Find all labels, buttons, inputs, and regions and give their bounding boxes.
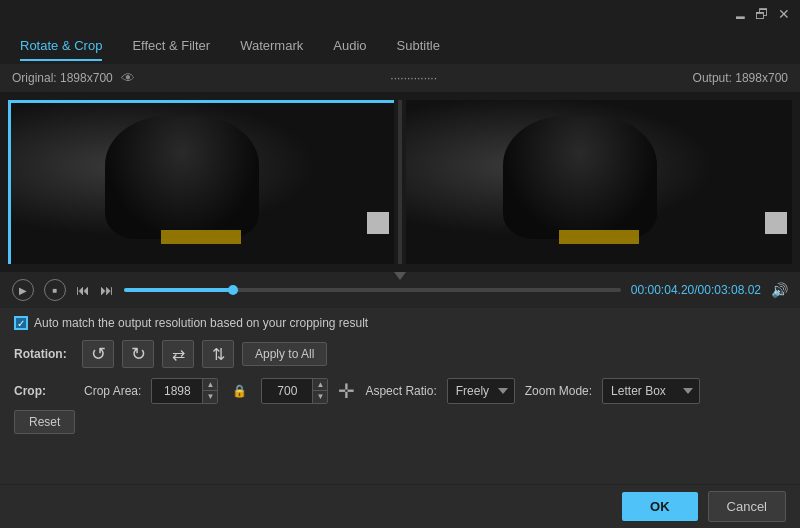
auto-match-checkbox[interactable]: ✓ (14, 316, 28, 330)
close-button[interactable]: ✕ (776, 6, 792, 22)
height-down-button[interactable]: ▼ (313, 391, 327, 403)
stop-icon: ■ (53, 286, 58, 295)
width-input-group: ▲ ▼ (151, 378, 218, 404)
crop-area-label: Crop Area: (84, 384, 141, 398)
rotation-row: Rotation: ↺ ↻ ⇄ ⇅ Apply to All (14, 340, 786, 368)
preview-divider (398, 100, 402, 264)
cancel-button[interactable]: Cancel (708, 491, 786, 522)
title-bar: 🗕 🗗 ✕ (0, 0, 800, 28)
rotate-cw-icon: ↻ (131, 343, 146, 365)
preview-after (406, 100, 792, 264)
flip-v-icon: ⇅ (212, 345, 225, 364)
auto-match-label: Auto match the output resolution based o… (34, 316, 368, 330)
auto-match-row: ✓ Auto match the output resolution based… (14, 316, 786, 330)
height-input-group: ▲ ▼ (261, 378, 328, 404)
flip-vertical-button[interactable]: ⇅ (202, 340, 234, 368)
minimize-button[interactable]: 🗕 (732, 6, 748, 22)
play-icon: ▶ (19, 285, 27, 296)
lock-icon[interactable]: 🔒 (228, 384, 251, 398)
tab-effect-filter[interactable]: Effect & Filter (132, 32, 210, 61)
rotate-cw-button[interactable]: ↻ (122, 340, 154, 368)
zoom-mode-select[interactable]: Letter Box Pan & Scan Full (602, 378, 700, 404)
skip-forward-button[interactable]: ⏭ (100, 283, 114, 297)
zoom-mode-label: Zoom Mode: (525, 384, 592, 398)
restore-button[interactable]: 🗗 (754, 6, 770, 22)
center-icon[interactable]: ✛ (338, 379, 355, 403)
window-controls: 🗕 🗗 ✕ (732, 6, 792, 22)
progress-track[interactable] (124, 288, 621, 292)
subtitle-bar-left (161, 230, 241, 244)
ok-button[interactable]: OK (622, 492, 698, 521)
white-box-right (765, 212, 787, 234)
play-button[interactable]: ▶ (12, 279, 34, 301)
current-time: 00:00:04.20 (631, 283, 694, 297)
aspect-ratio-select[interactable]: Freely 16:9 4:3 1:1 9:16 (447, 378, 515, 404)
volume-icon[interactable]: 🔊 (771, 282, 788, 298)
white-box-left (367, 212, 389, 234)
preview-before (8, 100, 394, 264)
triangle-pointer (394, 272, 406, 280)
checkbox-check-icon: ✓ (17, 318, 25, 329)
info-bar: Original: 1898x700 👁 ·············· Outp… (0, 64, 800, 92)
flip-horizontal-button[interactable]: ⇄ (162, 340, 194, 368)
width-input[interactable] (152, 384, 202, 398)
height-input[interactable] (262, 384, 312, 398)
stop-button[interactable]: ■ (44, 279, 66, 301)
progress-thumb[interactable] (228, 285, 238, 295)
bottom-bar: OK Cancel (0, 484, 800, 528)
crop-row: Crop: Crop Area: ▲ ▼ 🔒 ▲ ▼ ✛ Aspect Rati… (14, 378, 786, 404)
controls-area: ✓ Auto match the output resolution based… (0, 308, 800, 442)
width-up-button[interactable]: ▲ (203, 379, 217, 391)
preview-area (0, 92, 800, 272)
original-resolution: Original: 1898x700 (12, 71, 113, 85)
width-down-button[interactable]: ▼ (203, 391, 217, 403)
tab-subtitle[interactable]: Subtitle (397, 32, 440, 61)
eye-icon[interactable]: 👁 (121, 70, 135, 86)
tab-watermark[interactable]: Watermark (240, 32, 303, 61)
flip-h-icon: ⇄ (172, 345, 185, 364)
progress-fill (124, 288, 233, 292)
apply-to-all-button[interactable]: Apply to All (242, 342, 327, 366)
reset-row: Reset (14, 410, 786, 434)
time-display: 00:00:04.20/00:03:08.02 (631, 283, 761, 297)
crop-label: Crop: (14, 384, 74, 398)
tab-rotate-crop[interactable]: Rotate & Crop (20, 32, 102, 61)
filename: ·············· (390, 71, 437, 85)
crop-handle-top[interactable] (8, 100, 394, 103)
height-up-button[interactable]: ▲ (313, 379, 327, 391)
aspect-ratio-label: Aspect Ratio: (365, 384, 436, 398)
reset-button[interactable]: Reset (14, 410, 75, 434)
rotate-ccw-button[interactable]: ↺ (82, 340, 114, 368)
rotation-label: Rotation: (14, 347, 74, 361)
tab-audio[interactable]: Audio (333, 32, 366, 61)
rotate-ccw-icon: ↺ (91, 343, 106, 365)
preview-after-img (406, 100, 792, 264)
total-time: 00:03:08.02 (698, 283, 761, 297)
tab-bar: Rotate & Crop Effect & Filter Watermark … (0, 28, 800, 64)
subtitle-bar-right (559, 230, 639, 244)
height-spinners: ▲ ▼ (312, 379, 327, 403)
preview-before-img (8, 100, 394, 264)
crop-handle-left[interactable] (8, 100, 11, 264)
output-resolution: Output: 1898x700 (693, 71, 788, 85)
skip-back-button[interactable]: ⏮ (76, 283, 90, 297)
width-spinners: ▲ ▼ (202, 379, 217, 403)
